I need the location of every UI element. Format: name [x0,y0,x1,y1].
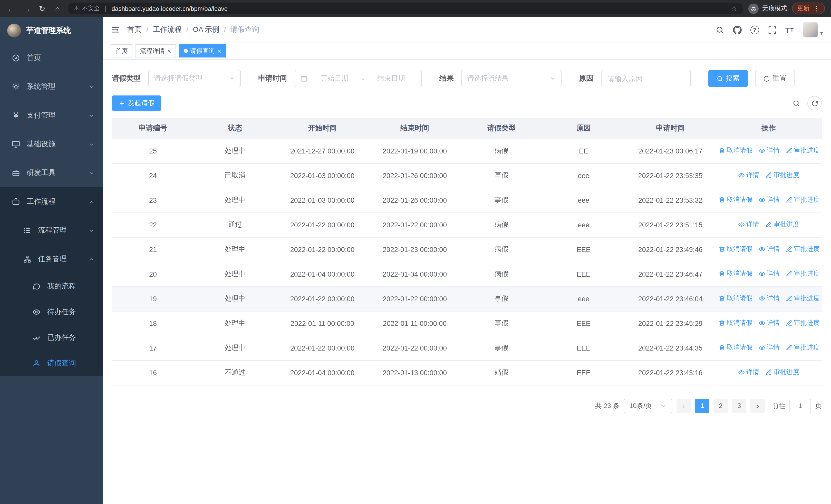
sidebar-item-infrastructure[interactable]: 基础设施 [0,130,103,158]
approval-progress-link[interactable]: 审批进度 [765,220,799,229]
detail-link[interactable]: 详情 [758,196,780,204]
tab-home[interactable]: 首页 [111,44,133,58]
prev-page-button[interactable]: ‹ [677,398,691,413]
cancel-leave-link[interactable]: 取消请假 [719,146,752,155]
search-icon[interactable] [715,25,724,34]
cell-leave-type: 事假 [461,287,542,311]
edit-icon [786,270,793,277]
approval-progress-link[interactable]: 审批进度 [786,319,820,327]
sidebar-item-home[interactable]: 首页 [0,43,103,72]
eye-icon [738,221,745,228]
screen: ← → ↻ ⌂ ⚠ 不安全 dashboard.yudao.iocoder.cn… [0,0,831,504]
forward-icon[interactable]: → [22,4,32,13]
next-page-button[interactable]: › [750,398,765,413]
cell-reason: eee [542,188,625,212]
browser-menu-icon[interactable]: ⋮ [813,5,820,12]
leave-type-select[interactable]: 请选择请假类型 [148,70,241,87]
fullscreen-icon[interactable] [768,25,776,34]
user-avatar[interactable] [803,22,818,37]
sidebar-collapse-icon[interactable] [111,25,120,34]
cancel-leave-link[interactable]: 取消请假 [719,319,752,327]
detail-link[interactable]: 详情 [738,368,759,377]
chevron-down-icon [229,76,235,82]
close-icon[interactable]: × [218,48,221,54]
page-button-1[interactable]: 1 [695,398,709,413]
tab-leave-query[interactable]: 请假查询 × [179,44,226,58]
github-icon[interactable] [733,25,741,34]
approval-progress-link[interactable]: 审批进度 [786,343,820,352]
page-size-select[interactable]: 10条/页 [624,398,672,413]
page-button-2[interactable]: 2 [713,398,728,413]
help-icon[interactable]: ? [750,25,759,34]
approval-progress-link[interactable]: 审批进度 [786,294,820,303]
detail-link[interactable]: 详情 [758,319,780,327]
cell-start-time: 2021-12-27 00:00:00 [276,139,369,163]
breadcrumb-workflow[interactable]: 工作流程 [153,25,182,34]
sidebar-item-done-tasks[interactable]: 已办任务 [0,325,103,351]
address-bar[interactable]: ⚠ 不安全 dashboard.yudao.iocoder.cn/bpm/oa/… [68,3,743,14]
url-text[interactable]: dashboard.yudao.iocoder.cn/bpm/oa/leave [112,5,728,12]
sidebar-item-payment-mgmt[interactable]: ¥ 支付管理 [0,101,103,130]
bookmark-star-icon[interactable]: ☆ [731,5,737,12]
detail-link[interactable]: 详情 [758,343,780,352]
toggle-search-icon[interactable] [793,99,800,107]
chevron-down-icon[interactable]: ▾ [820,30,823,36]
cancel-leave-link[interactable]: 取消请假 [719,245,752,254]
sidebar-item-process-mgmt[interactable]: 流程管理 [0,216,103,245]
detail-link[interactable]: 详情 [758,269,780,278]
result-select[interactable]: 请选择流结果 [461,70,562,87]
goto-page-input[interactable] [790,398,811,413]
security-label[interactable]: 不安全 [82,5,100,12]
sidebar-item-task-mgmt[interactable]: 任务管理 [0,245,103,273]
close-icon[interactable]: × [167,48,171,54]
edit-icon [765,221,772,228]
detail-link[interactable]: 详情 [758,294,780,303]
approval-progress-link[interactable]: 审批进度 [786,196,820,204]
reset-button[interactable]: 重置 [755,70,795,87]
font-size-icon[interactable]: TT [785,25,794,34]
cell-apply-id: 25 [112,139,194,163]
approval-progress-link[interactable]: 审批进度 [765,368,799,377]
approval-progress-link[interactable]: 审批进度 [786,245,820,254]
cancel-leave-link[interactable]: 取消请假 [719,294,752,303]
sidebar-item-system-mgmt[interactable]: 系统管理 [0,72,103,101]
sidebar-item-leave-query[interactable]: 请假查询 [0,351,103,376]
trash-icon [719,270,725,277]
update-button[interactable]: 更新 ⋮ [792,3,825,14]
page-button-3[interactable]: 3 [732,398,746,413]
cancel-leave-link[interactable]: 取消请假 [719,269,752,278]
logo-image [7,23,21,37]
apply-time-range-picker[interactable]: 开始日期 - 结束日期 [295,70,422,87]
sidebar-item-my-processes[interactable]: 我的流程 [0,273,103,299]
detail-link[interactable]: 详情 [758,146,780,155]
create-leave-button[interactable]: 发起请假 [112,95,161,111]
app-logo[interactable]: 芋道管理系统 [0,17,103,43]
detail-link[interactable]: 详情 [738,220,759,229]
sidebar-item-todo-tasks[interactable]: 待办任务 [0,299,103,325]
cancel-leave-link[interactable]: 取消请假 [719,343,752,352]
chevron-down-icon [89,141,94,147]
cell-status: 通过 [194,212,276,237]
back-icon[interactable]: ← [6,4,17,13]
breadcrumb-oa-example[interactable]: OA 示例 [193,25,220,34]
sidebar-item-workflow[interactable]: 工作流程 [0,187,103,216]
detail-link[interactable]: 详情 [758,245,780,254]
approval-progress-link[interactable]: 审批进度 [786,269,820,278]
reason-input[interactable] [601,70,691,87]
select-placeholder: 请选择请假类型 [154,74,229,83]
person-icon [32,359,41,368]
search-button-label: 搜索 [726,74,740,83]
eye-icon [758,295,765,302]
search-button[interactable]: 搜索 [708,70,748,87]
refresh-table-button[interactable] [807,96,822,110]
chevron-down-icon [550,76,556,82]
detail-link[interactable]: 详情 [738,171,759,180]
approval-progress-link[interactable]: 审批进度 [786,146,820,155]
tab-process-detail[interactable]: 流程详情 × [136,44,176,58]
home-icon[interactable]: ⌂ [52,4,63,13]
sidebar-item-dev-tools[interactable]: 研发工具 [0,158,103,187]
cancel-leave-link[interactable]: 取消请假 [719,196,752,204]
approval-progress-link[interactable]: 审批进度 [765,171,799,180]
breadcrumb-home[interactable]: 首页 [127,25,142,34]
reload-icon[interactable]: ↻ [37,4,47,13]
